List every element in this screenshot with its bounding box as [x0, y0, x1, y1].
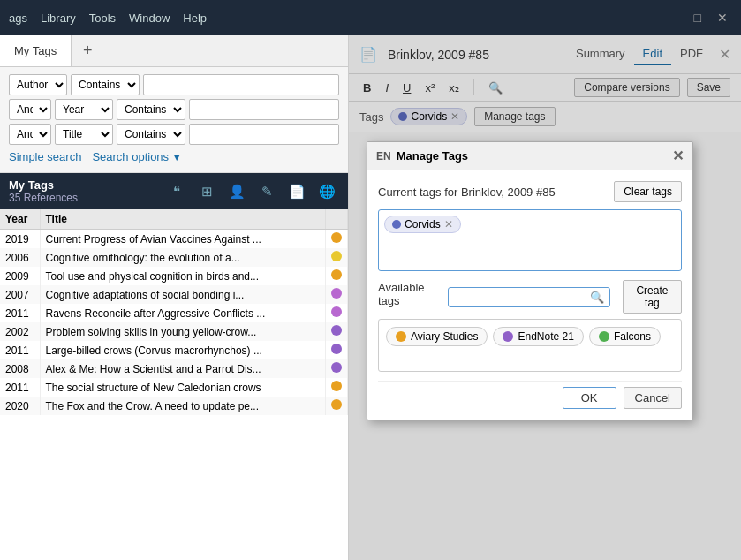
search-area: Author Year Title Contains Is And Or Aut… [0, 67, 348, 173]
field-select-3[interactable]: Author Year Title [55, 124, 113, 145]
row-year: 2011 [0, 341, 40, 359]
operator-select-2[interactable]: Contains Is [117, 99, 185, 120]
table-row[interactable]: 2011 The social structure of New Caledon… [0, 378, 348, 397]
row-title: The social structure of New Caledonian c… [40, 378, 326, 397]
my-tags-tab[interactable]: My Tags [0, 35, 72, 66]
search-options-link[interactable]: Search options ▼ [92, 150, 181, 163]
current-corvids-remove[interactable]: ✕ [444, 218, 453, 231]
table-row[interactable]: 2007 Cognitive adaptations of social bon… [0, 285, 348, 304]
main-layout: My Tags + Author Year Title Contains Is [0, 35, 741, 560]
add-user-icon[interactable]: 👤 [224, 179, 249, 204]
row-title: Alex & Me: How a Scientist and a Parrot … [40, 359, 326, 378]
connector-select-3[interactable]: And Or [9, 124, 51, 145]
operator-select-1[interactable]: Contains Is [71, 74, 140, 95]
dialog-close-button[interactable]: ✕ [672, 148, 684, 164]
endnote-21-name: EndNote 21 [518, 330, 573, 343]
current-tags-label: Current tags for Brinklov, 2009 #85 [378, 185, 556, 199]
toolbar-icons: ❝ ⊞ 👤 ✎ 📄 🌐 [164, 179, 339, 204]
field-select-2[interactable]: Author Year Title [55, 99, 113, 120]
edit-icon[interactable]: ✎ [254, 179, 279, 204]
available-tags-box: Aviary Studies EndNote 21 Falcons [378, 319, 682, 372]
menu-tools[interactable]: Tools [89, 11, 116, 25]
reference-table[interactable]: Year Title 2019 Current Progress of Avia… [0, 209, 348, 560]
cancel-button[interactable]: Cancel [624, 387, 682, 409]
table-row[interactable]: 2006 Cognitive ornithology: the evolutio… [0, 248, 348, 267]
operator-select-3[interactable]: Contains Is [117, 124, 185, 145]
endnote-21-tag[interactable]: EndNote 21 [493, 327, 583, 346]
connector-select-2[interactable]: And Or [9, 99, 51, 120]
row-dot [326, 378, 348, 397]
table-row[interactable]: 2009 Tool use and physical cognition in … [0, 267, 348, 285]
available-search-icon: 🔍 [590, 291, 604, 304]
available-tags-search-input[interactable] [454, 291, 586, 303]
window-controls[interactable]: — □ ✕ [662, 9, 732, 26]
add-tab-button[interactable]: + [72, 35, 103, 67]
current-corvids-name: Corvids [405, 218, 441, 231]
table-row[interactable]: 2008 Alex & Me: How a Scientist and a Pa… [0, 359, 348, 378]
falcons-tag[interactable]: Falcons [589, 327, 661, 346]
document-icon[interactable]: 📄 [284, 179, 309, 204]
current-tags-box: Corvids ✕ [378, 209, 682, 271]
globe-icon[interactable]: 🌐 [314, 179, 339, 204]
row-title: Large-billed crows (Corvus macrorhynchos… [40, 341, 326, 359]
endnote-21-dot [503, 331, 513, 342]
row-title: Current Progress of Avian Vaccines Again… [40, 230, 326, 249]
search-value-1[interactable] [143, 74, 339, 95]
manage-tags-dialog: EN Manage Tags ✕ Current tags for Brinkl… [367, 141, 693, 420]
clear-tags-button[interactable]: Clear tags [614, 181, 682, 202]
menu-library[interactable]: Library [41, 11, 76, 25]
row-dot [326, 359, 348, 378]
tag-column-header [326, 209, 348, 230]
my-tags-title: My Tags [9, 178, 78, 192]
aviary-studies-name: Aviary Studies [411, 330, 478, 343]
title-bar-left: ags Library Tools Window Help [9, 11, 207, 25]
grid-icon[interactable]: ⊞ [194, 179, 219, 204]
row-year: 2020 [0, 397, 40, 415]
row-dot [326, 322, 348, 341]
menu-help[interactable]: Help [183, 11, 207, 25]
create-tag-button[interactable]: Create tag [623, 280, 682, 314]
row-title: Ravens Reconcile after Aggressive Confli… [40, 304, 326, 322]
row-year: 2011 [0, 304, 40, 322]
available-tags-label: Available tags [378, 281, 435, 307]
dialog-flag: EN [376, 150, 391, 163]
search-value-3[interactable] [189, 124, 339, 145]
simple-search-link[interactable]: Simple search [9, 150, 81, 163]
row-year: 2006 [0, 248, 40, 267]
menu-ags[interactable]: ags [9, 11, 27, 25]
field-select-1[interactable]: Author Year Title [9, 74, 67, 95]
search-row-2: And Or Author Year Title Contains Is [9, 99, 339, 120]
row-year: 2007 [0, 285, 40, 304]
table-row[interactable]: 2011 Ravens Reconcile after Aggressive C… [0, 304, 348, 322]
year-column-header: Year [0, 209, 40, 230]
table-row[interactable]: 2019 Current Progress of Avian Vaccines … [0, 230, 348, 249]
table-row[interactable]: 2020 The Fox and the Crow. A need to upd… [0, 397, 348, 415]
row-year: 2011 [0, 378, 40, 397]
aviary-studies-tag[interactable]: Aviary Studies [386, 327, 488, 346]
available-tags-row: Available tags 🔍 Create tag [378, 280, 682, 314]
row-title: Problem solving skills in young yellow-c… [40, 322, 326, 341]
left-panel: My Tags + Author Year Title Contains Is [0, 35, 349, 560]
row-title: Cognitive ornithology: the evolution of … [40, 248, 326, 267]
close-button[interactable]: ✕ [713, 9, 732, 26]
row-title: Cognitive adaptations of social bonding … [40, 285, 326, 304]
dialog-titlebar: EN Manage Tags ✕ [367, 142, 692, 170]
current-corvids-dot [392, 220, 401, 229]
ok-button[interactable]: OK [563, 387, 616, 409]
table-row[interactable]: 2002 Problem solving skills in young yel… [0, 322, 348, 341]
search-value-2[interactable] [189, 99, 339, 120]
maximize-button[interactable]: □ [690, 9, 706, 26]
search-links: Simple search Search options ▼ [9, 148, 339, 165]
my-tags-header: My Tags 35 References ❝ ⊞ 👤 ✎ 📄 🌐 [0, 173, 348, 209]
current-corvids-chip[interactable]: Corvids ✕ [384, 216, 461, 233]
right-panel: 📄 Brinklov, 2009 #85 Summary Edit PDF ✕ … [349, 35, 741, 560]
row-dot [326, 397, 348, 415]
row-dot [326, 248, 348, 267]
table-row[interactable]: 2011 Large-billed crows (Corvus macrorhy… [0, 341, 348, 359]
row-dot [326, 285, 348, 304]
row-year: 2008 [0, 359, 40, 378]
menu-bar[interactable]: ags Library Tools Window Help [9, 11, 207, 25]
menu-window[interactable]: Window [129, 11, 170, 25]
quote-icon[interactable]: ❝ [164, 179, 189, 204]
minimize-button[interactable]: — [662, 9, 683, 26]
